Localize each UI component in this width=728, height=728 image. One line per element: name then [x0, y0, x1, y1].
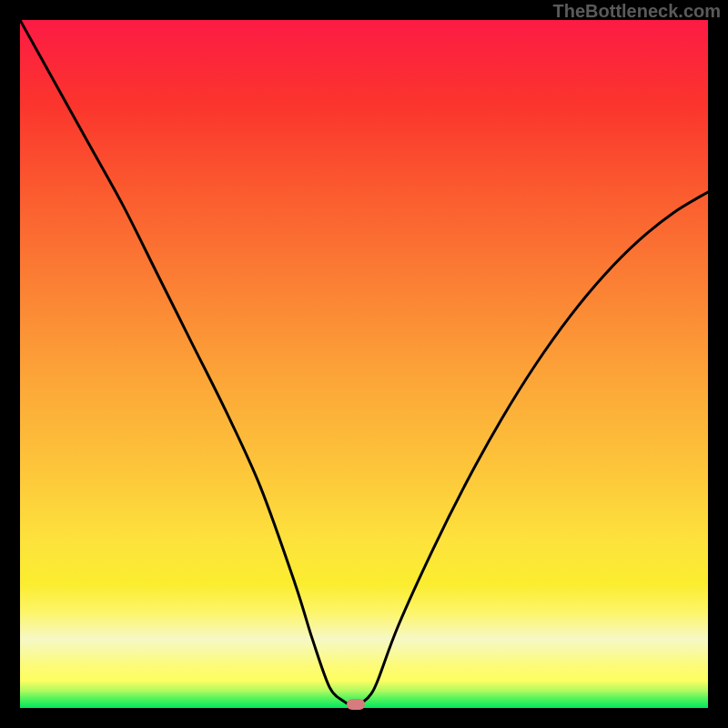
plot-area	[20, 20, 708, 708]
bottleneck-curve	[20, 20, 708, 705]
chart-frame: TheBottleneck.com	[0, 0, 728, 728]
bottleneck-marker	[347, 699, 365, 710]
watermark-text: TheBottleneck.com	[553, 1, 721, 22]
curve-svg	[20, 20, 708, 708]
